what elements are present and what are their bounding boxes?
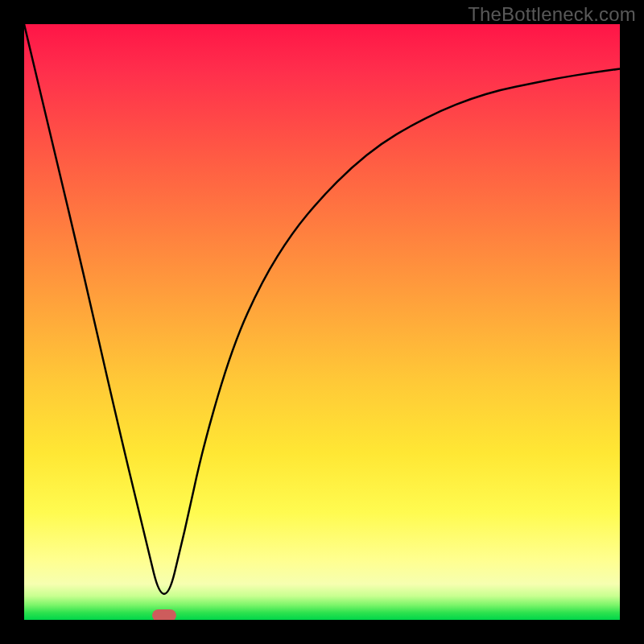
chart-frame: TheBottleneck.com <box>0 0 644 644</box>
curve-path <box>24 24 620 594</box>
bottleneck-curve <box>24 24 620 620</box>
plot-area <box>24 24 620 620</box>
watermark-text: TheBottleneck.com <box>468 3 636 26</box>
bottleneck-marker <box>152 609 176 620</box>
